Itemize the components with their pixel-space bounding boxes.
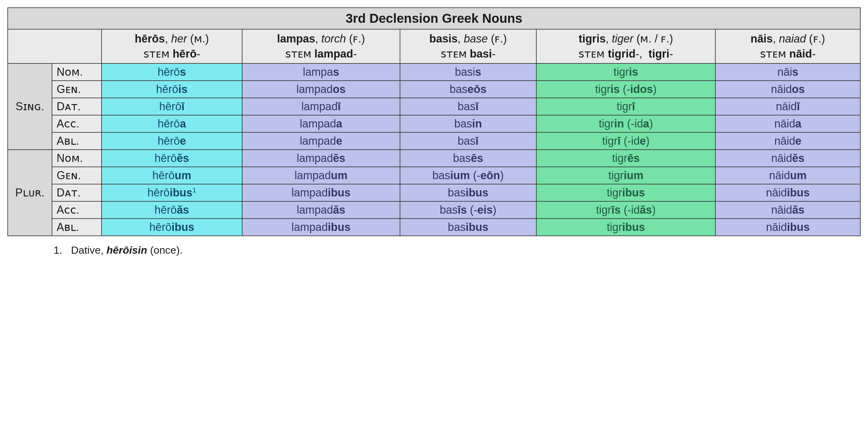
form-cell: basin <box>400 115 536 132</box>
form-cell: hērōe <box>101 132 242 150</box>
table-row: Gᴇɴ.hērōumlampadumbasium (-eōn)tigriumnā… <box>8 167 860 184</box>
form-cell: tigrī (-ide) <box>536 132 715 150</box>
sing-label: Sɪɴɢ. <box>8 63 52 150</box>
form-cell: lampadăs <box>242 201 400 219</box>
form-cell: hērōĕs <box>101 150 242 167</box>
form-cell: nāide <box>715 132 860 150</box>
case-label-abl: Aʙʟ. <box>52 219 101 236</box>
form-cell: nāis <box>715 63 860 81</box>
form-cell: lampados <box>242 81 400 98</box>
form-cell: tigrin (-ida) <box>536 115 715 132</box>
table-row: Aᴄᴄ.hērōăslampadăsbasīs (-eis)tigrīs (-i… <box>8 201 860 219</box>
header-blank <box>8 29 101 63</box>
case-label-gen: Gᴇɴ. <box>52 81 101 98</box>
col-header-nais: nāis, naiad (ꜰ.)ꜱᴛᴇᴍ nāid- <box>715 29 860 63</box>
case-label-acc: Aᴄᴄ. <box>52 115 101 132</box>
plur-label: Pʟᴜʀ. <box>8 150 52 236</box>
declension-table: 3rd Declension Greek Nouns hērōs, her (ᴍ… <box>7 7 861 236</box>
footnote-form: hērōisin <box>106 244 147 256</box>
table-row: Pʟᴜʀ.Nᴏᴍ.hērōĕslampadĕsbasēstigrēsnāidĕs <box>8 150 860 167</box>
form-cell: basīs (-eis) <box>400 201 536 219</box>
form-cell: nāidăs <box>715 201 860 219</box>
form-cell: hērōa <box>101 115 242 132</box>
table-row: Gᴇɴ.hērōislampadosbaseōstigris (-idos)nā… <box>8 81 860 98</box>
form-cell: lampas <box>242 63 400 81</box>
form-cell: tigris (-idos) <box>536 81 715 98</box>
footnote-number: 1. <box>54 244 62 256</box>
col-header-heros: hērōs, her (ᴍ.)ꜱᴛᴇᴍ hērō- <box>101 29 242 63</box>
form-cell: lampade <box>242 132 400 150</box>
table-row: Aʙʟ.hērōelampadebasītigrī (-ide)nāide <box>8 132 860 150</box>
col-header-tigris: tigris, tiger (ᴍ. / ꜰ.)ꜱᴛᴇᴍ tigrid-, tig… <box>536 29 715 63</box>
case-label-nom: Nᴏᴍ. <box>52 63 101 81</box>
table-row: Aᴄᴄ.hērōalampadabasintigrin (-ida)nāida <box>8 115 860 132</box>
form-cell: hērōăs <box>101 201 242 219</box>
form-cell: baseōs <box>400 81 536 98</box>
table-row: Sɪɴɢ.Nᴏᴍ.hērōslampasbasistigrisnāis <box>8 63 860 81</box>
form-cell: lampadī <box>242 98 400 115</box>
case-label-dat: Dᴀᴛ. <box>52 98 101 115</box>
form-cell: hērōs <box>101 63 242 81</box>
footnote-label: Dative, <box>71 244 104 256</box>
form-cell: nāidibus <box>715 184 860 201</box>
header-row: hērōs, her (ᴍ.)ꜱᴛᴇᴍ hērō- lampas, torch … <box>8 29 860 63</box>
form-cell: nāidum <box>715 167 860 184</box>
form-cell: hērōum <box>101 167 242 184</box>
form-cell: tigribus <box>536 184 715 201</box>
form-cell: lampadibus <box>242 219 400 236</box>
table-row: Aʙʟ.hērōibuslampadibusbasibustigribusnāi… <box>8 219 860 236</box>
form-cell: basī <box>400 132 536 150</box>
case-label-dat: Dᴀᴛ. <box>52 184 101 201</box>
col-header-lampas: lampas, torch (ꜰ.)ꜱᴛᴇᴍ lampad- <box>242 29 400 63</box>
form-cell: tigrīs (-idăs) <box>536 201 715 219</box>
form-cell: tigris <box>536 63 715 81</box>
col-header-basis: basis, base (ꜰ.)ꜱᴛᴇᴍ basi- <box>400 29 536 63</box>
form-cell: tigrī <box>536 98 715 115</box>
form-cell: lampadĕs <box>242 150 400 167</box>
footnote: 1. Dative, hērōisin (once). <box>7 244 861 256</box>
form-cell: basis <box>400 63 536 81</box>
form-cell: tigrium <box>536 167 715 184</box>
table-row: Dᴀᴛ.hērōibus1lampadibusbasibustigribusnā… <box>8 184 860 201</box>
form-cell: hērōī <box>101 98 242 115</box>
form-cell: basī <box>400 98 536 115</box>
form-cell: nāidos <box>715 81 860 98</box>
form-cell: nāidĕs <box>715 150 860 167</box>
table-title: 3rd Declension Greek Nouns <box>8 8 860 29</box>
form-cell: lampada <box>242 115 400 132</box>
form-cell: hērōis <box>101 81 242 98</box>
form-cell: nāidibus <box>715 219 860 236</box>
form-cell: tigribus <box>536 219 715 236</box>
form-cell: nāida <box>715 115 860 132</box>
form-cell: lampadibus <box>242 184 400 201</box>
form-cell: basium (-eōn) <box>400 167 536 184</box>
form-cell: tigrēs <box>536 150 715 167</box>
case-label-nom: Nᴏᴍ. <box>52 150 101 167</box>
form-cell: nāidī <box>715 98 860 115</box>
case-label-acc: Aᴄᴄ. <box>52 201 101 219</box>
form-cell: lampadum <box>242 167 400 184</box>
form-cell: basēs <box>400 150 536 167</box>
form-cell: hērōibus1 <box>101 184 242 201</box>
form-cell: hērōibus <box>101 219 242 236</box>
table-row: Dᴀᴛ.hērōīlampadībasītigrīnāidī <box>8 98 860 115</box>
case-label-abl: Aʙʟ. <box>52 132 101 150</box>
footnote-post: (once). <box>150 244 183 256</box>
form-cell: basibus <box>400 219 536 236</box>
case-label-gen: Gᴇɴ. <box>52 167 101 184</box>
form-cell: basibus <box>400 184 536 201</box>
